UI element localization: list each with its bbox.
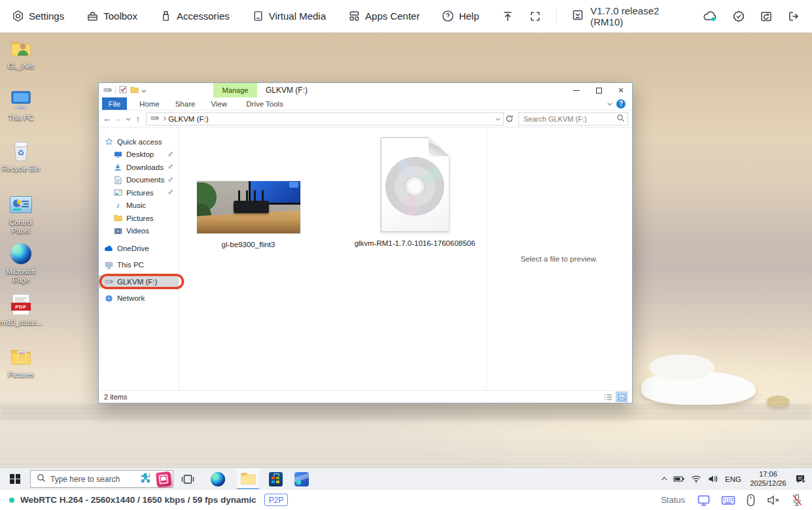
address-dropdown-chevron-icon[interactable] xyxy=(496,116,500,120)
desktop-icon-this-pc[interactable]: This PC xyxy=(1,88,41,122)
star-icon xyxy=(104,137,113,146)
up-button[interactable]: ↑ xyxy=(133,112,143,126)
sidebar-item-downloads[interactable]: Downloads xyxy=(99,161,179,174)
file-list[interactable]: gl-be9300_flint3 glkvm-RM1-1.7.0-1016-17… xyxy=(179,128,486,390)
language-indicator[interactable]: ENG xyxy=(725,475,741,483)
file-item-image[interactable]: gl-be9300_flint3 xyxy=(185,181,312,248)
explorer-search[interactable] xyxy=(518,112,628,126)
tab-home[interactable]: Home xyxy=(132,97,168,110)
tab-file[interactable]: File xyxy=(102,97,127,110)
sidebar-item-desktop[interactable]: Desktop xyxy=(99,148,179,162)
hidden-icons-chevron-icon[interactable] xyxy=(663,477,667,481)
upload-icon[interactable] xyxy=(501,10,514,23)
session-history-icon[interactable] xyxy=(760,10,773,23)
apps-grid-icon xyxy=(348,10,361,22)
taskbar-search-input[interactable] xyxy=(50,475,135,484)
start-button[interactable] xyxy=(0,468,30,490)
taskbar-file-explorer[interactable] xyxy=(237,468,259,490)
sidebar-item-onedrive[interactable]: OneDrive xyxy=(99,242,179,255)
keyboard-status-icon[interactable] xyxy=(721,494,735,506)
maximize-button[interactable] xyxy=(588,83,610,97)
tab-view[interactable]: View xyxy=(203,97,235,110)
address-field[interactable]: GLKVM (F:) xyxy=(146,112,504,126)
explorer-statusbar: 2 items xyxy=(99,390,632,403)
properties-check-icon[interactable] xyxy=(119,86,127,95)
minimize-button[interactable] xyxy=(565,83,588,97)
shield-check-icon[interactable] xyxy=(732,10,745,23)
menu-toolbox[interactable]: Toolbox xyxy=(86,10,137,22)
sidebar-item-music[interactable]: ♪ Music xyxy=(99,199,179,212)
chevron-down-icon[interactable] xyxy=(142,88,146,92)
explorer-titlebar[interactable]: Manage GLKVM (F:) × xyxy=(99,83,632,97)
details-view-icon[interactable] xyxy=(603,392,613,401)
new-folder-icon[interactable] xyxy=(130,86,139,95)
drive-icon[interactable] xyxy=(103,86,112,95)
menu-help[interactable]: Help xyxy=(442,10,479,22)
exit-icon[interactable] xyxy=(787,10,800,23)
back-button[interactable]: ← xyxy=(103,112,112,126)
desktop-icon-rm10-datasheet[interactable]: PDF rm10_datas... xyxy=(1,293,41,327)
thumbnail-view-icon[interactable] xyxy=(616,392,627,401)
photos-icon[interactable] xyxy=(156,471,171,486)
sidebar-item-this-pc[interactable]: This PC xyxy=(99,259,179,272)
download-icon xyxy=(113,163,122,171)
puzzle-icon[interactable] xyxy=(139,471,152,486)
mouse-status-icon[interactable] xyxy=(746,494,756,507)
version-box-icon xyxy=(571,8,584,24)
breadcrumb[interactable]: GLKVM (F:) xyxy=(168,115,208,123)
firmware-version[interactable]: V1.7.0 release2 (RM10) xyxy=(571,5,688,27)
sidebar-item-pictures-folder[interactable]: Pictures xyxy=(99,212,179,225)
sidebar-item-pictures[interactable]: Pictures xyxy=(99,186,179,199)
taskbar-store[interactable] xyxy=(264,468,287,490)
sidebar-item-glkvm-drive[interactable]: GLKVM (F:) xyxy=(99,275,179,288)
speaker-muted-icon[interactable] xyxy=(766,494,781,506)
cloud-status-icon[interactable] xyxy=(703,10,718,23)
file-item-disc-image[interactable]: glkvm-RM1-1.7.0-1016-1760608506 xyxy=(333,137,497,247)
file-explorer-icon xyxy=(241,472,256,484)
sidebar-item-quick-access[interactable]: Quick access xyxy=(99,135,179,148)
edge-icon xyxy=(9,242,33,265)
desktop-icon-gl-inet[interactable]: GL_iNet xyxy=(1,37,41,71)
stream-info: WebRTC H.264 - 2560x1440 / 1650 kbps / 5… xyxy=(20,495,256,505)
desktop-icon-recycle-bin[interactable]: ♻ Recycle Bin xyxy=(1,139,41,173)
p2p-badge[interactable]: P2P xyxy=(264,494,289,506)
clock[interactable]: 17:06 2025/12/26 xyxy=(748,470,788,488)
battery-icon[interactable] xyxy=(673,475,684,483)
ribbon-expand-chevron-icon[interactable] xyxy=(607,101,611,105)
refresh-icon[interactable] xyxy=(505,112,514,126)
menu-virtual-media[interactable]: Virtual Media xyxy=(252,10,326,22)
menu-apps-center[interactable]: Apps Center xyxy=(348,10,419,22)
recent-locations-chevron-icon[interactable] xyxy=(123,112,132,126)
menu-settings[interactable]: Settings xyxy=(12,10,64,22)
display-status-icon[interactable] xyxy=(697,494,711,507)
sidebar-item-documents[interactable]: Documents xyxy=(99,174,179,187)
task-view-button[interactable] xyxy=(177,468,199,490)
wifi-icon[interactable] xyxy=(691,475,701,483)
sidebar-item-videos[interactable]: Videos xyxy=(99,225,179,238)
menu-accessories[interactable]: Accessories xyxy=(160,10,230,22)
remote-desktop[interactable]: GL_iNet This PC ♻ Recycle Bin Control Pa… xyxy=(0,33,812,468)
volume-icon[interactable] xyxy=(708,475,718,483)
desktop-icon-pictures[interactable]: Pictures xyxy=(1,345,41,379)
taskbar-blue-app[interactable] xyxy=(291,468,313,490)
explorer-help-icon[interactable]: ? xyxy=(616,99,626,109)
sidebar-item-network[interactable]: Network xyxy=(99,292,179,305)
manage-tab[interactable]: Manage xyxy=(213,83,257,97)
desktop-icon-label: Pictures xyxy=(8,371,34,379)
desktop-icon-microsoft-edge[interactable]: Microsoft Edge xyxy=(1,242,41,284)
tab-share[interactable]: Share xyxy=(168,97,203,110)
taskbar-search[interactable] xyxy=(30,470,173,488)
file-name: gl-be9300_flint3 xyxy=(222,241,275,248)
tab-drive-tools[interactable]: Drive Tools xyxy=(243,97,287,110)
taskbar-edge[interactable] xyxy=(207,468,229,490)
desktop-icon-label: Recycle Bin xyxy=(2,165,40,173)
desktop-icon-control-panel[interactable]: Control Panel xyxy=(1,193,41,235)
search-icon[interactable] xyxy=(616,114,625,124)
notification-center-icon[interactable] xyxy=(795,474,805,484)
microphone-muted-icon[interactable] xyxy=(791,494,803,507)
fullscreen-icon[interactable] xyxy=(529,10,542,23)
close-button[interactable]: × xyxy=(610,83,632,97)
forward-button[interactable]: → xyxy=(113,112,122,126)
explorer-search-input[interactable] xyxy=(523,115,616,123)
quick-access-toolbar xyxy=(99,86,145,95)
